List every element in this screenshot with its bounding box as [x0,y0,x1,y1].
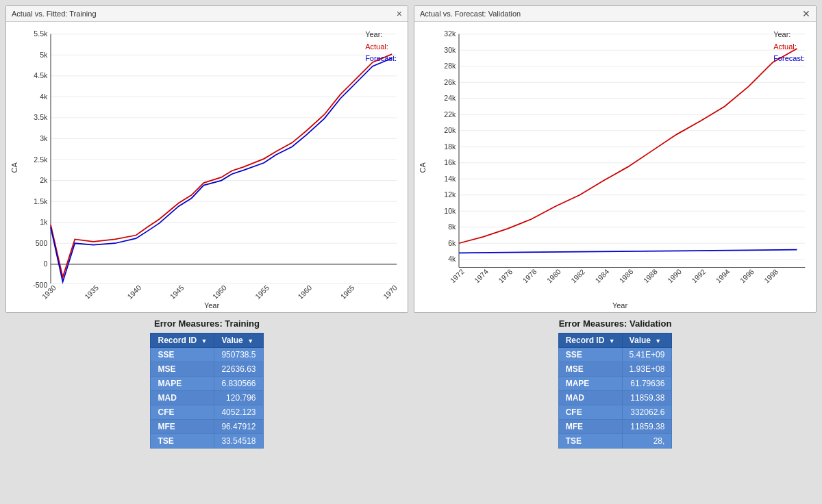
table-row: TSE33.54518 [151,433,263,448]
validation-legend: Year: Actual: Forecast: [773,29,805,65]
record-id-cell: CFE [151,405,214,419]
svg-text:1982: 1982 [569,267,586,284]
record-id-cell: MAPE [151,376,214,390]
training-close-button[interactable]: × [397,9,402,18]
table-row: SSE950738.5 [151,347,263,362]
table-row: MAPE61.79636 [558,376,672,390]
svg-text:1945: 1945 [168,284,185,300]
training-legend-year: Year: [365,29,397,41]
training-legend-forecast: Forecast: [365,53,397,65]
validation-col-record-id[interactable]: Record ID ▼ [558,333,622,347]
svg-text:4.5k: 4.5k [34,71,48,79]
svg-text:1994: 1994 [714,267,731,284]
validation-table-title: Error Measures: Validation [559,318,672,329]
table-row: MFE96.47912 [151,419,263,433]
record-id-cell: MFE [151,419,214,433]
table-row: CFE4052.123 [151,405,263,419]
value-cell: 11859.38 [622,419,672,433]
svg-text:8k: 8k [448,223,456,231]
table-row: CFE332062.6 [558,405,672,419]
validation-chart-area: 32k 30k 28k 26k 24k 22k 20k 18k 16k 14k … [427,26,813,310]
record-id-cell: MSE [151,362,214,376]
validation-x-axis-label: Year [427,300,813,310]
svg-text:1.5k: 1.5k [34,197,48,205]
svg-text:30k: 30k [444,46,456,54]
record-id-cell: MAD [151,390,214,405]
svg-text:1974: 1974 [473,267,490,284]
training-legend-actual: Actual: [365,41,397,53]
svg-text:1978: 1978 [521,267,538,284]
value-cell: 96.47912 [214,419,263,433]
table-row: MSE22636.63 [151,362,263,376]
training-chart-content: Year: Actual: Forecast: CA [6,22,408,312]
training-col-record-id[interactable]: Record ID ▼ [151,333,214,347]
training-chart-area: 5.5k 5k 4.5k 4k 3.5k 3k 2.5k 2k 1.5k 1k … [18,26,405,310]
svg-text:500: 500 [36,239,48,247]
validation-error-table: Record ID ▼ Value ▼ SSE5.41E+09MSE1.93E+… [558,333,673,449]
svg-text:4k: 4k [40,92,48,101]
svg-text:1980: 1980 [545,267,562,284]
value-cell: 28, [622,433,672,448]
value-cell: 4052.123 [214,405,263,419]
svg-text:1998: 1998 [762,267,780,284]
validation-legend-forecast: Forecast: [773,53,805,65]
record-id-cell: TSE [151,433,214,448]
svg-text:12k: 12k [444,190,456,199]
svg-text:22k: 22k [444,110,456,118]
training-y-axis-label: CA [9,26,18,310]
svg-text:3.5k: 3.5k [34,113,48,121]
svg-text:24k: 24k [444,94,456,102]
value-cell: 33.54518 [214,433,263,448]
svg-text:1986: 1986 [617,267,634,284]
svg-text:1972: 1972 [449,267,466,284]
validation-legend-year: Year: [773,29,805,41]
svg-text:26k: 26k [444,78,456,86]
training-col-value[interactable]: Value ▼ [214,333,263,347]
svg-text:6k: 6k [448,239,456,247]
svg-text:1996: 1996 [738,267,756,284]
svg-text:2.5k: 2.5k [34,155,48,164]
svg-text:14k: 14k [444,175,456,183]
svg-text:16k: 16k [444,158,456,166]
validation-sort-arrow-id: ▼ [609,338,615,344]
svg-text:1940: 1940 [125,284,142,300]
training-error-table: Record ID ▼ Value ▼ SSE950738.5MSE22636.… [150,333,263,449]
validation-title: Actual vs. Forecast: Validation [420,10,521,18]
validation-close-button[interactable]: ✕ [802,9,810,18]
svg-text:1990: 1990 [666,267,683,284]
record-id-cell: MSE [558,362,622,376]
validation-chart-content: Year: Actual: Forecast: CA [414,22,816,312]
value-cell: 120.796 [214,390,263,405]
svg-text:10k: 10k [444,207,456,215]
table-row: MSE1.93E+08 [558,362,672,376]
table-row: MAPE6.830566 [151,376,263,390]
training-svg: 5.5k 5k 4.5k 4k 3.5k 3k 2.5k 2k 1.5k 1k … [18,26,405,300]
svg-text:1984: 1984 [593,267,610,284]
svg-text:2k: 2k [40,176,48,184]
table-row: MFE11859.38 [558,419,672,433]
record-id-cell: MAPE [558,376,622,390]
svg-text:1960: 1960 [296,284,313,300]
training-sort-arrow-id: ▼ [201,338,208,344]
table-row: MAD120.796 [151,390,263,405]
svg-text:-500: -500 [33,281,47,289]
svg-text:1935: 1935 [83,284,100,300]
svg-text:20k: 20k [444,126,456,134]
training-sort-arrow-val: ▼ [247,338,253,344]
validation-col-value[interactable]: Value ▼ [622,333,672,347]
validation-legend-actual: Actual: [773,41,805,53]
record-id-cell: TSE [558,433,622,448]
record-id-cell: SSE [151,347,214,362]
svg-text:1955: 1955 [253,284,271,300]
svg-text:5.5k: 5.5k [34,29,48,38]
record-id-cell: MAD [558,390,622,405]
svg-text:28k: 28k [444,62,456,70]
svg-text:1k: 1k [40,218,48,226]
record-id-cell: MFE [558,419,622,433]
validation-y-axis-label: CA [417,26,427,310]
training-legend: Year: Actual: Forecast: [365,29,397,65]
validation-table-section: Error Measures: Validation Record ID ▼ V… [414,318,817,449]
table-row: TSE28, [558,433,672,448]
record-id-cell: SSE [558,347,622,362]
svg-text:1970: 1970 [382,284,399,300]
